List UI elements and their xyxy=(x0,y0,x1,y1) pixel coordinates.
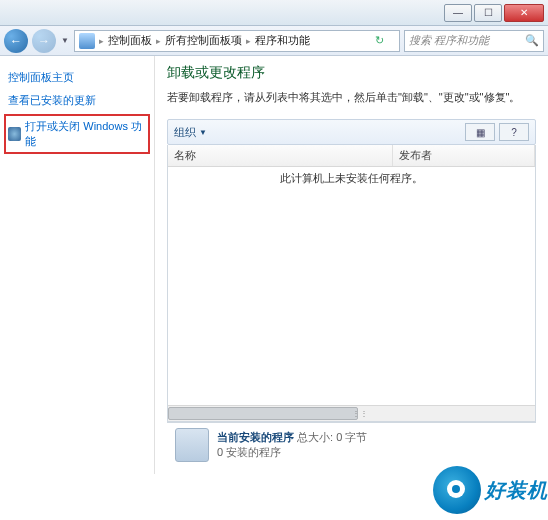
search-icon: 🔍 xyxy=(525,34,539,47)
search-placeholder: 搜索 程序和功能 xyxy=(409,33,489,48)
watermark: 好装机 xyxy=(433,466,548,514)
program-list: 名称 发布者 此计算机上未安装任何程序。 ⋮⋮ xyxy=(167,145,536,422)
forward-button[interactable]: → xyxy=(32,29,56,53)
minimize-button[interactable]: — xyxy=(444,4,472,22)
titlebar: — ☐ ✕ xyxy=(0,0,548,26)
status-count: 0 安装的程序 xyxy=(217,445,367,460)
back-button[interactable]: ← xyxy=(4,29,28,53)
scrollbar-thumb[interactable] xyxy=(168,407,358,420)
navbar: ← → ▼ ▸ 控制面板 ▸ 所有控制面板项 ▸ 程序和功能 ↻ 搜索 程序和功… xyxy=(0,26,548,56)
organize-button[interactable]: 组织 ▼ xyxy=(174,125,207,140)
sidebar-item-label: 打开或关闭 Windows 功能 xyxy=(25,119,146,149)
shield-icon xyxy=(8,127,21,141)
main-content: 卸载或更改程序 若要卸载程序，请从列表中将其选中，然后单击"卸载"、"更改"或"… xyxy=(155,56,548,474)
watermark-text: 好装机 xyxy=(485,477,548,504)
chevron-down-icon: ▼ xyxy=(199,128,207,137)
breadcrumb-item-programs[interactable]: 程序和功能 xyxy=(255,33,310,48)
toolbar-right: ▦ ? xyxy=(465,123,529,141)
program-box-icon xyxy=(175,428,209,462)
help-button[interactable]: ? xyxy=(499,123,529,141)
scrollbar-grip-icon: ⋮⋮ xyxy=(352,409,368,418)
sidebar-item-home[interactable]: 控制面板主页 xyxy=(6,66,148,89)
page-description: 若要卸载程序，请从列表中将其选中，然后单击"卸载"、"更改"或"修复"。 xyxy=(167,90,536,105)
empty-message: 此计算机上未安装任何程序。 xyxy=(168,167,535,190)
watermark-logo-icon xyxy=(433,466,481,514)
column-header-publisher[interactable]: 发布者 xyxy=(393,145,535,166)
column-header-name[interactable]: 名称 xyxy=(168,145,393,166)
page-title: 卸载或更改程序 xyxy=(167,64,536,82)
list-header: 名称 发布者 xyxy=(168,145,535,167)
view-mode-button[interactable]: ▦ xyxy=(465,123,495,141)
search-input[interactable]: 搜索 程序和功能 🔍 xyxy=(404,30,544,52)
control-panel-icon xyxy=(79,33,95,49)
sidebar-item-label: 查看已安装的更新 xyxy=(8,93,96,108)
status-title: 当前安装的程序 xyxy=(217,431,294,443)
breadcrumb[interactable]: ▸ 控制面板 ▸ 所有控制面板项 ▸ 程序和功能 ↻ xyxy=(74,30,400,52)
body-area: 控制面板主页 查看已安装的更新 打开或关闭 Windows 功能 卸载或更改程序… xyxy=(0,56,548,474)
status-text: 当前安装的程序 总大小: 0 字节 0 安装的程序 xyxy=(217,430,367,460)
refresh-icon[interactable]: ↻ xyxy=(375,34,395,47)
highlight-box: 打开或关闭 Windows 功能 xyxy=(4,114,150,154)
sidebar-item-windows-features[interactable]: 打开或关闭 Windows 功能 xyxy=(8,119,146,149)
sidebar-item-updates[interactable]: 查看已安装的更新 xyxy=(6,89,148,112)
nav-history-dropdown[interactable]: ▼ xyxy=(60,31,70,51)
breadcrumb-item-all-items[interactable]: 所有控制面板项 xyxy=(165,33,242,48)
maximize-button[interactable]: ☐ xyxy=(474,4,502,22)
statusbar: 当前安装的程序 总大小: 0 字节 0 安装的程序 xyxy=(167,422,536,466)
breadcrumb-sep: ▸ xyxy=(244,36,253,46)
organize-label: 组织 xyxy=(174,125,196,140)
status-size: 总大小: 0 字节 xyxy=(297,431,367,443)
breadcrumb-sep: ▸ xyxy=(154,36,163,46)
toolbar: 组织 ▼ ▦ ? xyxy=(167,119,536,145)
horizontal-scrollbar[interactable]: ⋮⋮ xyxy=(168,405,535,421)
sidebar: 控制面板主页 查看已安装的更新 打开或关闭 Windows 功能 xyxy=(0,56,155,474)
close-button[interactable]: ✕ xyxy=(504,4,544,22)
sidebar-item-label: 控制面板主页 xyxy=(8,70,74,85)
breadcrumb-sep: ▸ xyxy=(97,36,106,46)
breadcrumb-item-control-panel[interactable]: 控制面板 xyxy=(108,33,152,48)
